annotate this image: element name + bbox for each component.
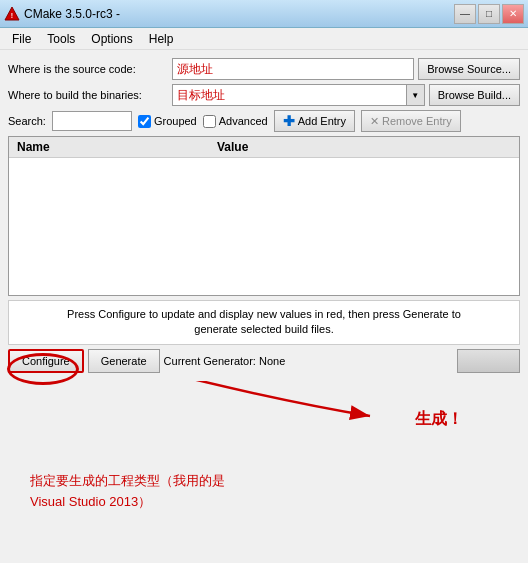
grouped-checkbox[interactable]: [138, 115, 151, 128]
app-icon: !: [4, 6, 20, 22]
x-icon: ✕: [370, 115, 379, 128]
current-generator-text: Current Generator: None: [164, 355, 454, 367]
menu-bar: File Tools Options Help: [0, 28, 528, 50]
advanced-checkbox[interactable]: [203, 115, 216, 128]
menu-file[interactable]: File: [4, 30, 39, 48]
table-header: Name Value: [9, 137, 519, 158]
action-button-row: Configure Generate Current Generator: No…: [8, 349, 520, 373]
advanced-label: Advanced: [219, 115, 268, 127]
info-text: Press Configure to update and display ne…: [15, 307, 513, 338]
search-input[interactable]: [52, 111, 132, 131]
window-controls: — □ ✕: [454, 4, 524, 24]
generate-annotation-text: 生成！: [415, 409, 463, 430]
info-box: Press Configure to update and display ne…: [8, 300, 520, 345]
add-entry-button[interactable]: ✚ Add Entry: [274, 110, 355, 132]
open-script-button[interactable]: [457, 349, 520, 373]
name-column-header: Name: [9, 140, 209, 154]
build-row: Where to build the binaries: 目标地址 ▼ Brow…: [8, 84, 520, 106]
configure-button[interactable]: Configure: [8, 349, 84, 373]
build-value: 目标地址: [177, 87, 225, 104]
grouped-checkbox-label[interactable]: Grouped: [138, 115, 197, 128]
search-row: Search: Grouped Advanced ✚ Add Entry ✕ R…: [8, 110, 520, 132]
advanced-checkbox-label[interactable]: Advanced: [203, 115, 268, 128]
remove-entry-label: Remove Entry: [382, 115, 452, 127]
build-label: Where to build the binaries:: [8, 89, 168, 101]
remove-entry-button[interactable]: ✕ Remove Entry: [361, 110, 461, 132]
entries-table: Name Value: [8, 136, 520, 296]
close-button[interactable]: ✕: [502, 4, 524, 24]
search-label: Search:: [8, 115, 46, 127]
menu-options[interactable]: Options: [83, 30, 140, 48]
browse-build-button[interactable]: Browse Build...: [429, 84, 520, 106]
menu-tools[interactable]: Tools: [39, 30, 83, 48]
dropdown-arrow-icon[interactable]: ▼: [406, 85, 424, 105]
source-row: Where is the source code: 源地址 Browse Sou…: [8, 58, 520, 80]
generate-button[interactable]: Generate: [88, 349, 160, 373]
annotation-line2: Visual Studio 2013）: [30, 492, 225, 513]
main-annotation-text: 指定要生成的工程类型（我用的是 Visual Studio 2013）: [30, 471, 225, 513]
source-value: 源地址: [177, 61, 213, 78]
minimize-button[interactable]: —: [454, 4, 476, 24]
add-entry-label: Add Entry: [298, 115, 346, 127]
annotation-area: 生成！ 指定要生成的工程类型（我用的是 Visual Studio 2013）: [0, 381, 528, 521]
browse-source-button[interactable]: Browse Source...: [418, 58, 520, 80]
title-bar: ! CMake 3.5.0-rc3 - — □ ✕: [0, 0, 528, 28]
source-label: Where is the source code:: [8, 63, 168, 75]
plus-icon: ✚: [283, 113, 295, 129]
window-title: CMake 3.5.0-rc3 -: [24, 7, 454, 21]
menu-help[interactable]: Help: [141, 30, 182, 48]
annotation-line1: 指定要生成的工程类型（我用的是: [30, 471, 225, 492]
svg-text:!: !: [11, 12, 13, 19]
grouped-label: Grouped: [154, 115, 197, 127]
main-content: Where is the source code: 源地址 Browse Sou…: [0, 50, 528, 381]
value-column-header: Value: [209, 140, 519, 154]
maximize-button[interactable]: □: [478, 4, 500, 24]
